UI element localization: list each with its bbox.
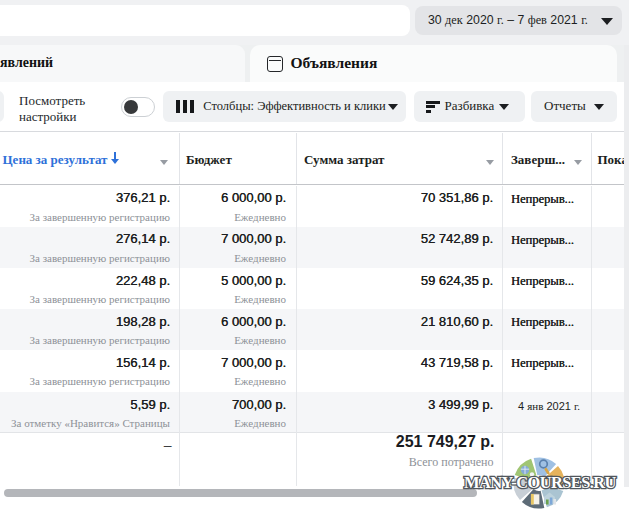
svg-text:MANY-COURSES.RU: MANY-COURSES.RU [464,472,617,491]
